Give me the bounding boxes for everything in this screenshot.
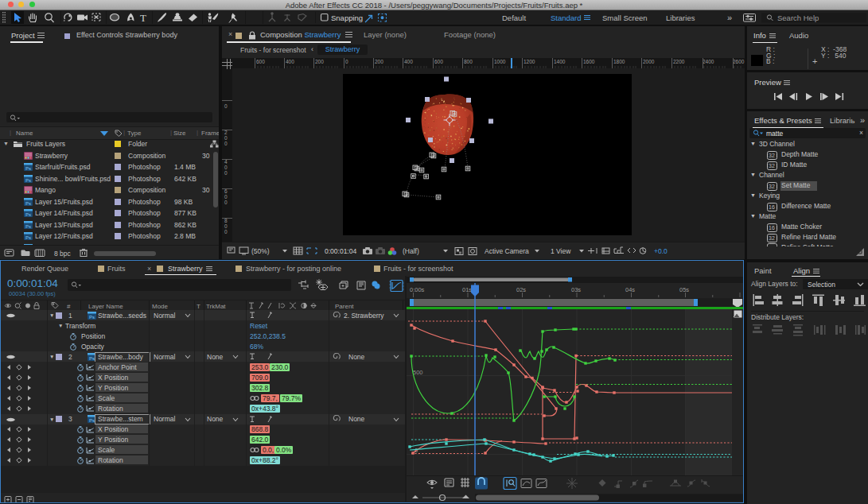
svg-text:16: 16 [769, 225, 775, 231]
svg-text:Mode: Mode [152, 303, 169, 310]
svg-text:#: # [67, 303, 71, 310]
svg-text:0: 0 [224, 103, 228, 109]
svg-text:500: 500 [413, 369, 423, 376]
svg-text:Small Screen: Small Screen [602, 14, 648, 22]
svg-text:Ps: Ps [89, 355, 95, 360]
svg-text:1 View: 1 View [551, 247, 571, 255]
svg-text:»: » [727, 13, 732, 22]
svg-text:Default: Default [502, 14, 526, 22]
svg-text:Ps: Ps [25, 212, 31, 217]
svg-text:+0.0: +0.0 [654, 247, 668, 255]
svg-text:32: 32 [769, 153, 775, 158]
svg-text:Ps: Ps [25, 235, 31, 240]
svg-text:04s: 04s [625, 286, 635, 293]
svg-text:Libraries: Libraries [666, 14, 695, 22]
svg-text:TrkMat: TrkMat [206, 303, 226, 310]
svg-text:0:00:01:04: 0:00:01:04 [325, 247, 356, 255]
svg-text:T: T [197, 303, 200, 310]
svg-text:2600: 2600 [733, 59, 745, 64]
svg-text:0: 0 [224, 141, 228, 146]
svg-text:32: 32 [769, 163, 775, 169]
svg-text:0: 0 [224, 200, 228, 205]
svg-text:Search Help: Search Help [777, 14, 819, 22]
svg-text:Ps: Ps [89, 418, 95, 423]
svg-text:600: 600 [256, 59, 265, 64]
svg-text:2200: 2200 [673, 59, 685, 64]
svg-text:1200: 1200 [524, 59, 535, 64]
svg-text:Ps: Ps [25, 166, 31, 171]
svg-text:T: T [140, 12, 146, 24]
svg-text:800: 800 [464, 59, 473, 64]
svg-text:32: 32 [769, 235, 775, 241]
svg-text:0: 0 [224, 135, 228, 141]
svg-text:200: 200 [315, 59, 324, 64]
svg-text:8: 8 [224, 218, 228, 223]
svg-text:(50%): (50%) [251, 247, 270, 255]
svg-text:Standard: Standard [551, 14, 582, 22]
svg-text:400: 400 [404, 59, 413, 64]
svg-text:0:00s: 0:00s [410, 286, 425, 293]
svg-text:16: 16 [769, 204, 775, 210]
svg-text:200: 200 [375, 59, 383, 64]
svg-text:1000: 1000 [494, 59, 506, 64]
svg-text:Active Camera: Active Camera [485, 247, 529, 255]
svg-text:0: 0 [345, 59, 348, 64]
svg-text:Ps: Ps [25, 200, 31, 205]
svg-text:2000: 2000 [643, 59, 655, 64]
svg-text:Snapping: Snapping [331, 14, 363, 22]
svg-text:0: 0 [224, 194, 228, 200]
svg-text:2: 2 [224, 130, 228, 135]
svg-text:0: 0 [224, 229, 228, 235]
svg-text:6: 6 [224, 188, 228, 194]
svg-text:Ps: Ps [25, 177, 31, 182]
svg-text:Ps: Ps [25, 223, 31, 228]
svg-text:01s: 01s [462, 286, 472, 293]
svg-text:(Half): (Half) [403, 247, 419, 255]
svg-text:1800: 1800 [613, 59, 625, 64]
svg-text:1600: 1600 [583, 59, 595, 64]
svg-text:Ps: Ps [89, 314, 95, 319]
svg-text:Layer Name: Layer Name [88, 303, 123, 310]
svg-text:4: 4 [224, 159, 228, 165]
svg-text:8 bpc: 8 bpc [54, 250, 72, 258]
svg-text:02s: 02s [516, 286, 526, 293]
svg-text:0: 0 [224, 170, 228, 176]
svg-text:Parent: Parent [335, 303, 354, 310]
svg-text:0: 0 [224, 165, 228, 170]
svg-text:32: 32 [769, 184, 775, 189]
svg-text:05s: 05s [679, 286, 689, 293]
svg-text:03s: 03s [571, 286, 581, 293]
svg-text:400: 400 [286, 59, 294, 64]
svg-text:1400: 1400 [554, 59, 566, 64]
svg-text:0: 0 [224, 223, 228, 229]
svg-text:2400: 2400 [703, 59, 714, 64]
svg-text:600: 600 [434, 59, 443, 64]
